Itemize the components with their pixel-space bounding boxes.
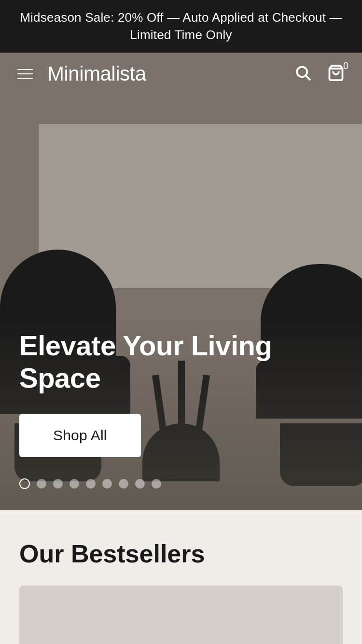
carousel-dot-1[interactable] — [19, 478, 30, 489]
announcement-text: Midseason Sale: 20% Off — Auto Applied a… — [20, 10, 342, 42]
hamburger-line-2 — [17, 73, 33, 74]
carousel-dot-4[interactable] — [70, 479, 79, 489]
header-right: 0 — [294, 64, 345, 84]
carousel-dot-2[interactable] — [37, 479, 46, 489]
carousel-dot-9[interactable] — [152, 479, 161, 489]
hero-section: Elevate Your Living Space Shop All — [0, 95, 362, 510]
hamburger-line-1 — [17, 69, 33, 70]
header-left: Minimalista — [17, 62, 146, 85]
header: Minimalista 0 — [0, 53, 362, 95]
shop-all-button[interactable]: Shop All — [19, 414, 141, 457]
brand-name[interactable]: Minimalista — [47, 62, 146, 85]
hamburger-icon[interactable] — [17, 69, 33, 79]
carousel-dot-5[interactable] — [86, 479, 96, 489]
search-icon — [294, 64, 312, 82]
cart-badge: 0 — [343, 60, 348, 71]
bestsellers-title: Our Bestsellers — [19, 539, 343, 568]
carousel-dot-6[interactable] — [102, 479, 112, 489]
svg-line-1 — [306, 76, 310, 80]
carousel-dot-7[interactable] — [119, 479, 128, 489]
search-button[interactable] — [294, 64, 312, 84]
hero-headline: Elevate Your Living Space — [19, 330, 343, 394]
carousel-dot-8[interactable] — [135, 479, 145, 489]
hamburger-line-3 — [17, 78, 33, 79]
carousel-dots — [19, 478, 161, 489]
cart-button[interactable]: 0 — [327, 64, 345, 84]
bestsellers-section: Our Bestsellers NEXUS / HOME ACCENTS — [0, 510, 362, 644]
cart-icon — [327, 64, 345, 82]
product-card-image: NEXUS / HOME ACCENTS — [19, 586, 343, 644]
hero-content: Elevate Your Living Space Shop All — [19, 330, 343, 457]
svg-point-0 — [297, 67, 307, 77]
product-card: NEXUS / HOME ACCENTS — [19, 586, 343, 644]
announcement-bar: Midseason Sale: 20% Off — Auto Applied a… — [0, 0, 362, 53]
carousel-dot-3[interactable] — [53, 479, 63, 489]
